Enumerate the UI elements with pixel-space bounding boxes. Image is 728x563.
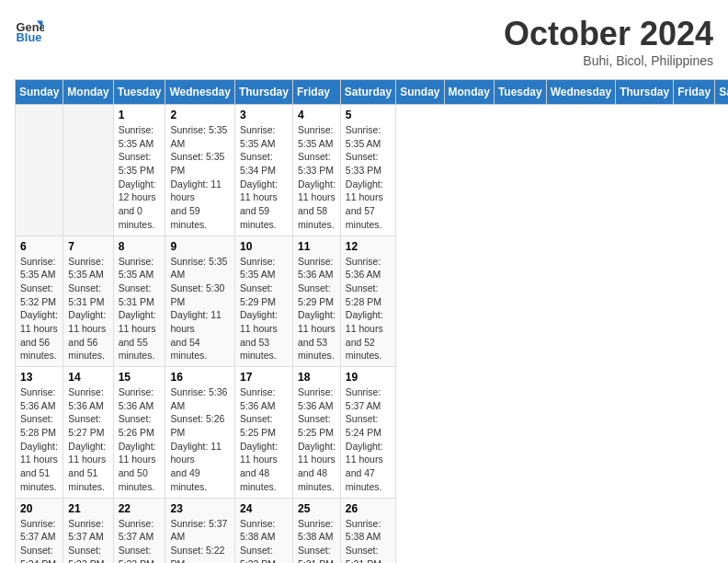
day-number: 26 [346, 502, 391, 515]
day-detail: Sunrise: 5:37 AM Sunset: 5:24 PM Dayligh… [20, 517, 58, 564]
day-number: 11 [298, 240, 336, 253]
day-detail: Sunrise: 5:38 AM Sunset: 5:21 PM Dayligh… [298, 517, 336, 564]
calendar-cell: 11Sunrise: 5:36 AM Sunset: 5:29 PM Dayli… [292, 236, 340, 367]
day-detail: Sunrise: 5:36 AM Sunset: 5:28 PM Dayligh… [20, 385, 58, 494]
day-number: 14 [68, 371, 108, 384]
col-header-monday: Monday [444, 80, 494, 105]
day-detail: Sunrise: 5:36 AM Sunset: 5:26 PM Dayligh… [170, 385, 229, 494]
page-header: General Blue October 2024 Buhi, Bicol, P… [15, 15, 713, 68]
day-number: 15 [119, 371, 161, 384]
calendar-cell: 9Sunrise: 5:35 AM Sunset: 5:30 PM Daylig… [165, 236, 234, 367]
day-number: 20 [20, 502, 58, 515]
day-detail: Sunrise: 5:35 AM Sunset: 5:33 PM Dayligh… [298, 123, 336, 232]
day-detail: Sunrise: 5:35 AM Sunset: 5:35 PM Dayligh… [119, 123, 161, 232]
day-number: 5 [346, 109, 391, 121]
location-subtitle: Buhi, Bicol, Philippines [504, 53, 713, 68]
calendar-cell: 21Sunrise: 5:37 AM Sunset: 5:23 PM Dayli… [63, 498, 113, 563]
calendar-cell [16, 105, 63, 236]
day-detail: Sunrise: 5:36 AM Sunset: 5:25 PM Dayligh… [240, 385, 288, 494]
col-header-friday: Friday [674, 80, 715, 105]
day-detail: Sunrise: 5:38 AM Sunset: 5:21 PM Dayligh… [346, 517, 391, 564]
day-detail: Sunrise: 5:35 AM Sunset: 5:29 PM Dayligh… [240, 255, 288, 363]
col-header-tuesday: Tuesday [113, 80, 165, 105]
calendar-cell: 12Sunrise: 5:36 AM Sunset: 5:28 PM Dayli… [340, 236, 395, 367]
calendar-cell: 26Sunrise: 5:38 AM Sunset: 5:21 PM Dayli… [340, 498, 395, 563]
month-title: October 2024 [504, 15, 713, 53]
calendar-week-1: 1Sunrise: 5:35 AM Sunset: 5:35 PM Daylig… [16, 105, 729, 236]
day-number: 4 [298, 109, 336, 121]
day-detail: Sunrise: 5:36 AM Sunset: 5:28 PM Dayligh… [346, 255, 391, 363]
day-number: 25 [298, 502, 336, 515]
calendar-week-3: 13Sunrise: 5:36 AM Sunset: 5:28 PM Dayli… [16, 367, 729, 499]
calendar-cell: 7Sunrise: 5:35 AM Sunset: 5:31 PM Daylig… [63, 236, 113, 367]
col-header-wednesday: Wednesday [546, 80, 615, 105]
calendar-cell: 13Sunrise: 5:36 AM Sunset: 5:28 PM Dayli… [16, 367, 63, 499]
day-number: 1 [119, 109, 161, 121]
day-number: 22 [119, 502, 161, 515]
col-header-saturday: Saturday [715, 80, 728, 105]
col-header-sunday: Sunday [16, 80, 63, 105]
day-detail: Sunrise: 5:37 AM Sunset: 5:23 PM Dayligh… [119, 517, 161, 564]
calendar-cell: 22Sunrise: 5:37 AM Sunset: 5:23 PM Dayli… [113, 498, 165, 563]
svg-text:Blue: Blue [17, 30, 42, 44]
day-number: 6 [20, 240, 58, 253]
col-header-friday: Friday [292, 80, 340, 105]
col-header-wednesday: Wednesday [165, 80, 234, 105]
col-header-tuesday: Tuesday [494, 80, 546, 105]
calendar-cell: 25Sunrise: 5:38 AM Sunset: 5:21 PM Dayli… [292, 498, 340, 563]
calendar-cell: 5Sunrise: 5:35 AM Sunset: 5:33 PM Daylig… [340, 105, 395, 236]
day-number: 2 [170, 109, 229, 121]
calendar-header-row: SundayMondayTuesdayWednesdayThursdayFrid… [16, 80, 729, 105]
calendar-cell: 4Sunrise: 5:35 AM Sunset: 5:33 PM Daylig… [292, 105, 340, 236]
logo: General Blue [15, 15, 44, 44]
logo-icon: General Blue [15, 15, 44, 44]
calendar-cell: 10Sunrise: 5:35 AM Sunset: 5:29 PM Dayli… [234, 236, 292, 367]
day-detail: Sunrise: 5:37 AM Sunset: 5:22 PM Dayligh… [170, 517, 229, 564]
calendar-cell: 16Sunrise: 5:36 AM Sunset: 5:26 PM Dayli… [165, 367, 234, 499]
calendar-cell: 3Sunrise: 5:35 AM Sunset: 5:34 PM Daylig… [234, 105, 292, 236]
day-detail: Sunrise: 5:35 AM Sunset: 5:34 PM Dayligh… [240, 123, 288, 232]
col-header-saturday: Saturday [340, 80, 395, 105]
calendar-table: SundayMondayTuesdayWednesdayThursdayFrid… [15, 79, 728, 563]
day-number: 9 [170, 240, 229, 253]
day-number: 21 [68, 502, 108, 515]
calendar-cell: 18Sunrise: 5:36 AM Sunset: 5:25 PM Dayli… [292, 367, 340, 499]
day-number: 16 [170, 371, 229, 384]
calendar-cell: 1Sunrise: 5:35 AM Sunset: 5:35 PM Daylig… [113, 105, 165, 236]
day-detail: Sunrise: 5:35 AM Sunset: 5:31 PM Dayligh… [68, 255, 108, 363]
calendar-cell: 14Sunrise: 5:36 AM Sunset: 5:27 PM Dayli… [63, 367, 113, 499]
day-number: 10 [240, 240, 288, 253]
day-detail: Sunrise: 5:37 AM Sunset: 5:24 PM Dayligh… [346, 385, 391, 494]
day-number: 19 [346, 371, 391, 384]
calendar-cell: 6Sunrise: 5:35 AM Sunset: 5:32 PM Daylig… [16, 236, 63, 367]
day-number: 13 [20, 371, 58, 384]
day-detail: Sunrise: 5:36 AM Sunset: 5:27 PM Dayligh… [68, 385, 108, 494]
calendar-week-4: 20Sunrise: 5:37 AM Sunset: 5:24 PM Dayli… [16, 498, 729, 563]
calendar-cell: 2Sunrise: 5:35 AM Sunset: 5:35 PM Daylig… [165, 105, 234, 236]
calendar-cell: 8Sunrise: 5:35 AM Sunset: 5:31 PM Daylig… [113, 236, 165, 367]
calendar-cell: 19Sunrise: 5:37 AM Sunset: 5:24 PM Dayli… [340, 367, 395, 499]
day-detail: Sunrise: 5:36 AM Sunset: 5:26 PM Dayligh… [119, 385, 161, 494]
day-number: 7 [68, 240, 108, 253]
title-block: October 2024 Buhi, Bicol, Philippines [504, 15, 713, 68]
day-detail: Sunrise: 5:38 AM Sunset: 5:22 PM Dayligh… [240, 517, 288, 564]
day-detail: Sunrise: 5:35 AM Sunset: 5:32 PM Dayligh… [20, 255, 58, 363]
day-number: 12 [346, 240, 391, 253]
day-number: 24 [240, 502, 288, 515]
day-detail: Sunrise: 5:36 AM Sunset: 5:29 PM Dayligh… [298, 255, 336, 363]
calendar-cell [63, 105, 113, 236]
day-number: 23 [170, 502, 229, 515]
calendar-week-2: 6Sunrise: 5:35 AM Sunset: 5:32 PM Daylig… [16, 236, 729, 367]
calendar-cell: 17Sunrise: 5:36 AM Sunset: 5:25 PM Dayli… [234, 367, 292, 499]
day-detail: Sunrise: 5:35 AM Sunset: 5:30 PM Dayligh… [170, 255, 229, 363]
day-detail: Sunrise: 5:35 AM Sunset: 5:33 PM Dayligh… [346, 123, 391, 232]
day-detail: Sunrise: 5:35 AM Sunset: 5:35 PM Dayligh… [170, 123, 229, 232]
day-detail: Sunrise: 5:36 AM Sunset: 5:25 PM Dayligh… [298, 385, 336, 494]
day-number: 8 [119, 240, 161, 253]
calendar-cell: 23Sunrise: 5:37 AM Sunset: 5:22 PM Dayli… [165, 498, 234, 563]
calendar-cell: 15Sunrise: 5:36 AM Sunset: 5:26 PM Dayli… [113, 367, 165, 499]
col-header-monday: Monday [63, 80, 113, 105]
calendar-cell: 20Sunrise: 5:37 AM Sunset: 5:24 PM Dayli… [16, 498, 63, 563]
day-number: 17 [240, 371, 288, 384]
day-detail: Sunrise: 5:37 AM Sunset: 5:23 PM Dayligh… [68, 517, 108, 564]
